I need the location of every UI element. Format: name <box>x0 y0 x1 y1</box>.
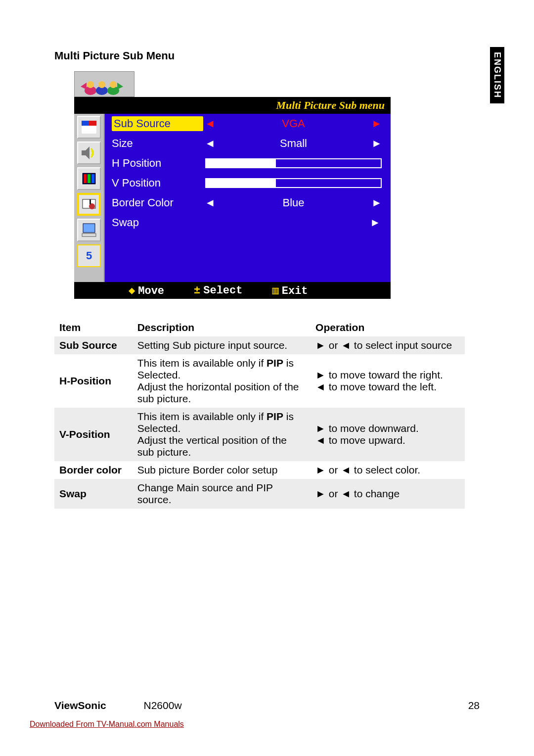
osd-label: Sub Source <box>112 116 203 131</box>
description-table: Item Description Operation Sub Source Se… <box>54 319 465 509</box>
footer-page: 28 <box>468 700 480 711</box>
cell-op: ► to move toward the right. ◄ to move to… <box>311 354 465 408</box>
hint-move: ◆Move <box>129 284 164 297</box>
cell-item: Border color <box>54 461 133 479</box>
left-arrow-icon[interactable]: ◄ <box>203 196 217 209</box>
svg-point-5 <box>98 81 105 88</box>
table-row: Border color Sub picture Border color se… <box>54 461 465 479</box>
left-arrow-icon[interactable]: ◄ <box>203 117 217 130</box>
channel-5-icon[interactable]: 5 <box>77 244 101 267</box>
osd-main: Sub Source ◄ VGA ► Size ◄ Small ► H Posi… <box>105 114 391 282</box>
right-arrow-icon[interactable]: ► <box>370 196 384 209</box>
svg-rect-19 <box>89 199 91 204</box>
osd-value: Small <box>217 137 370 150</box>
col-item: Item <box>54 319 133 336</box>
footer-brand: ViewSonic <box>54 700 106 711</box>
svg-rect-20 <box>83 224 95 233</box>
col-description: Description <box>133 319 311 336</box>
osd-label: Border Color <box>112 196 203 209</box>
right-arrow-icon[interactable]: ► <box>370 216 384 229</box>
right-arrow-icon[interactable]: ► <box>370 117 384 130</box>
viewsonic-birds-logo <box>74 71 134 97</box>
footer-model: N2600w <box>144 700 182 711</box>
table-row: V-Position This item is available only i… <box>54 408 465 461</box>
section-title: Multi Picture Sub Menu <box>54 49 480 62</box>
svg-marker-12 <box>82 146 89 159</box>
table-row: Sub Source Setting Sub picture input sou… <box>54 336 465 354</box>
cell-item: Swap <box>54 479 133 509</box>
download-note-link[interactable]: Downloaded From TV-Manual.com Manuals <box>30 720 184 729</box>
cell-op: ► or ◄ to change <box>311 479 465 509</box>
osd-footer: ◆Move ±Select ▥Exit <box>74 282 391 299</box>
osd-row-sub-source[interactable]: Sub Source ◄ VGA ► <box>105 114 391 134</box>
svg-rect-11 <box>89 121 96 126</box>
page-footer: ViewSonic N2600w 28 <box>54 700 480 711</box>
svg-point-4 <box>87 81 94 88</box>
table-header-row: Item Description Operation <box>54 319 465 336</box>
svg-rect-15 <box>88 174 90 183</box>
picture-icon[interactable] <box>77 116 101 139</box>
osd-value: VGA <box>217 117 370 130</box>
svg-rect-10 <box>82 121 89 126</box>
cell-op: ► or ◄ to select input source <box>311 336 465 354</box>
osd-row-size[interactable]: Size ◄ Small ► <box>105 134 391 153</box>
cell-op: ► or ◄ to select color. <box>311 461 465 479</box>
hint-select: ±Select <box>194 284 242 297</box>
table-row: Swap Change Main source and PIP source. … <box>54 479 465 509</box>
cell-op: ► to move downward. ◄ to move upward. <box>311 408 465 461</box>
cell-desc: Sub picture Border color setup <box>133 461 311 479</box>
svg-rect-21 <box>82 234 96 236</box>
hint-exit: ▥Exit <box>272 284 308 297</box>
cell-desc: This item is available only if PIP is Se… <box>133 408 311 461</box>
osd-label: H Position <box>112 157 203 170</box>
osd-title: Multi Picture Sub menu <box>74 97 391 114</box>
osd-row-h-position[interactable]: H Position <box>105 153 391 173</box>
osd-label: V Position <box>112 177 203 189</box>
cell-item: H-Position <box>54 354 133 408</box>
svg-rect-16 <box>91 174 94 183</box>
col-operation: Operation <box>311 319 465 336</box>
osd-row-swap[interactable]: Swap ◄ ► <box>105 213 391 233</box>
pc-icon[interactable] <box>77 219 101 241</box>
audio-icon[interactable] <box>77 142 101 164</box>
cell-item: Sub Source <box>54 336 133 354</box>
updown-icon: ◆ <box>129 285 135 297</box>
table-row: H-Position This item is available only i… <box>54 354 465 408</box>
osd-label: Swap <box>112 216 203 229</box>
osd-value: Blue <box>217 196 370 209</box>
svg-point-6 <box>110 81 117 88</box>
slider-bar[interactable] <box>205 158 382 168</box>
osd-label: Size <box>112 137 203 150</box>
cell-desc: Setting Sub picture input source. <box>133 336 311 354</box>
right-arrow-icon[interactable]: ► <box>370 137 384 150</box>
osd-sidebar: 5 <box>74 114 105 282</box>
osd-row-border-color[interactable]: Border Color ◄ Blue ► <box>105 193 391 213</box>
plusminus-icon: ± <box>194 284 200 297</box>
language-tab: ENGLISH <box>490 47 504 103</box>
svg-rect-14 <box>84 174 87 183</box>
slider-bar[interactable] <box>205 178 382 188</box>
exit-icon: ▥ <box>272 285 278 297</box>
cell-item: V-Position <box>54 408 133 461</box>
color-bars-icon[interactable] <box>77 167 101 190</box>
osd-row-v-position[interactable]: V Position <box>105 173 391 193</box>
cell-desc: This item is available only if PIP is Se… <box>133 354 311 408</box>
setup-icon[interactable] <box>77 193 101 216</box>
left-arrow-icon[interactable]: ◄ <box>203 137 217 150</box>
osd-screenshot: Multi Picture Sub menu 5 <box>74 71 391 299</box>
cell-desc: Change Main source and PIP source. <box>133 479 311 509</box>
